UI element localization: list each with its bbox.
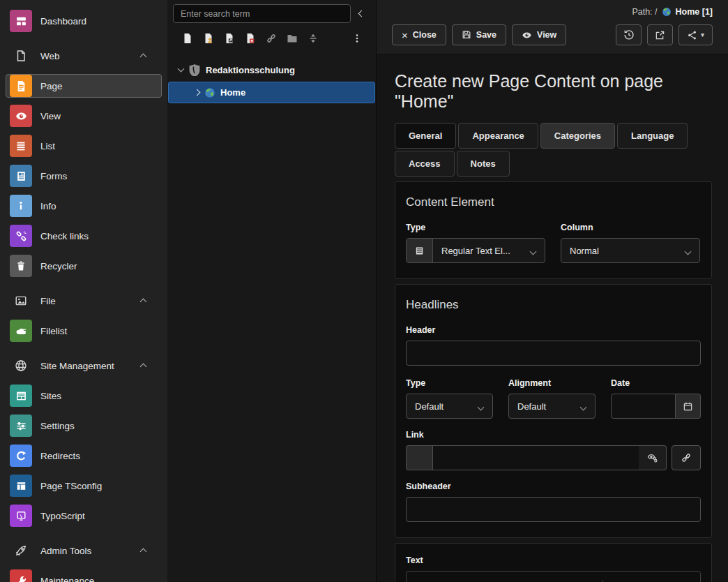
caret-down-icon: ▾	[701, 31, 704, 38]
docheader: Path: / Home [1] × Close Save	[377, 0, 728, 54]
tab-access[interactable]: Access	[395, 151, 455, 177]
headline-type-select[interactable]: Default	[406, 394, 493, 419]
alignment-select[interactable]: Default	[508, 394, 596, 419]
tree-node-root[interactable]: Redaktionsschulung	[167, 61, 376, 79]
sidebar-item-page-tsconfig[interactable]: Page TSconfig	[6, 474, 162, 498]
link-prefix-box	[406, 445, 432, 470]
tab-notes[interactable]: Notes	[457, 151, 510, 177]
field-label: Column	[561, 223, 700, 232]
sidebar-item-list[interactable]: List	[6, 134, 162, 158]
chevron-right-icon	[194, 89, 201, 96]
broken-link-icon	[10, 225, 32, 247]
field-label: Type	[406, 378, 493, 388]
redirect-icon	[10, 445, 32, 467]
link-input[interactable]	[432, 445, 639, 470]
sidebar-item-settings[interactable]: Settings	[6, 414, 162, 438]
tree-more-menu-icon[interactable]	[347, 31, 367, 45]
chevron-down-icon	[531, 246, 536, 256]
content-module: Path: / Home [1] × Close Save	[377, 0, 728, 582]
tab-general[interactable]: General	[395, 123, 456, 149]
sidebar-item-filelist[interactable]: Filelist	[6, 319, 162, 343]
sidebar-item-recycler[interactable]: Recycler	[6, 254, 162, 278]
link-icon	[681, 452, 692, 463]
history-button[interactable]	[616, 24, 642, 45]
sidebar-item-redirects[interactable]: Redirects	[6, 444, 162, 468]
sidebar-item-info[interactable]: Info	[6, 194, 162, 218]
wrench-icon	[10, 569, 32, 582]
content-type-select[interactable]: Regular Text El...	[406, 238, 545, 263]
info-icon	[10, 195, 32, 217]
sidebar-section-label: Site Management	[40, 361, 114, 371]
sidebar-item-check-links[interactable]: Check links	[6, 224, 162, 248]
field-label: Subheader	[406, 482, 701, 491]
typoscript-icon	[10, 505, 32, 527]
content-element-panel: Content Element Type Regular Text El...	[395, 181, 712, 279]
tab-appearance[interactable]: Appearance	[458, 123, 538, 149]
field-label: Text	[406, 555, 701, 565]
sidebar-item-sites[interactable]: Sites	[6, 384, 162, 408]
link-explanation-button[interactable]	[639, 445, 667, 470]
tree-node-home[interactable]: Home	[168, 82, 375, 103]
new-page-plus-icon[interactable]	[240, 31, 261, 45]
field-label: Link	[406, 430, 701, 440]
date-input[interactable]	[611, 394, 676, 419]
sidebar-item-typoscript[interactable]: TypoScript	[6, 504, 162, 528]
new-shortcut-page-icon[interactable]	[219, 31, 240, 45]
sidebar-section-file[interactable]: File	[6, 289, 162, 313]
new-page-icon[interactable]	[177, 31, 198, 45]
column-select[interactable]: Normal	[561, 238, 700, 263]
sidebar-item-maintenance[interactable]: Maintenance	[6, 569, 162, 582]
globe-page-icon	[662, 7, 672, 17]
tree-search-input[interactable]	[173, 4, 351, 23]
subheader-input[interactable]	[406, 497, 701, 522]
page-icon	[10, 75, 32, 97]
sidebar-item-page[interactable]: Page	[6, 74, 162, 98]
collapse-tree-button[interactable]	[351, 4, 372, 23]
italic-icon[interactable]: I	[630, 578, 651, 582]
close-button[interactable]: × Close	[392, 24, 446, 45]
sidebar-item-label: Check links	[40, 231, 89, 241]
sidebar-item-label: Settings	[40, 421, 75, 431]
typo3-shield-icon	[188, 64, 201, 76]
sidebar-item-forms[interactable]: Forms	[6, 164, 162, 188]
sidebar-section-site-management[interactable]: Site Management	[6, 354, 162, 378]
typo3-backend: Dashboard Web Page View List	[0, 0, 728, 582]
tab-language[interactable]: Language	[617, 123, 688, 149]
eye-icon	[522, 30, 532, 40]
view-icon	[10, 105, 32, 127]
save-button[interactable]: Save	[452, 24, 506, 45]
sidebar-item-label: Recycler	[40, 261, 77, 271]
subscript-icon[interactable]: X2	[651, 578, 672, 582]
new-divider-icon[interactable]	[303, 31, 324, 45]
new-folder-icon[interactable]	[282, 31, 303, 45]
page-tree-panel: Redaktionsschulung Home	[167, 0, 377, 582]
open-new-window-button[interactable]	[647, 24, 673, 45]
page-title: Create new Page Content on page "Home"	[395, 71, 712, 112]
field-label: Alignment	[508, 378, 596, 388]
rocket-icon	[10, 539, 32, 562]
globe-outline-icon	[10, 355, 32, 377]
close-icon: ×	[402, 29, 408, 41]
superscript-icon[interactable]: X2	[672, 578, 693, 582]
sidebar-item-view[interactable]: View	[6, 104, 162, 128]
sites-icon	[10, 385, 32, 407]
share-button[interactable]: ▾	[678, 24, 713, 45]
filelist-icon	[10, 320, 32, 342]
sidebar-section-web[interactable]: Web	[6, 44, 162, 68]
calendar-button[interactable]	[676, 394, 701, 419]
bold-icon[interactable]: B	[609, 578, 630, 582]
new-link-icon[interactable]	[261, 31, 282, 45]
section-title: Content Element	[406, 195, 701, 209]
trash-icon	[10, 255, 32, 277]
sidebar-item-label: Forms	[40, 171, 67, 181]
sidebar-item-dashboard[interactable]: Dashboard	[6, 9, 162, 33]
sliders-icon	[10, 415, 32, 437]
save-icon	[462, 30, 471, 40]
new-page-user-section-icon[interactable]	[198, 31, 219, 45]
forms-icon	[10, 165, 32, 187]
header-input[interactable]	[406, 341, 701, 366]
link-browser-button[interactable]	[672, 445, 701, 470]
view-button[interactable]: View	[512, 24, 566, 45]
tab-categories[interactable]: Categories	[540, 123, 615, 149]
sidebar-section-admin-tools[interactable]: Admin Tools	[6, 539, 162, 562]
